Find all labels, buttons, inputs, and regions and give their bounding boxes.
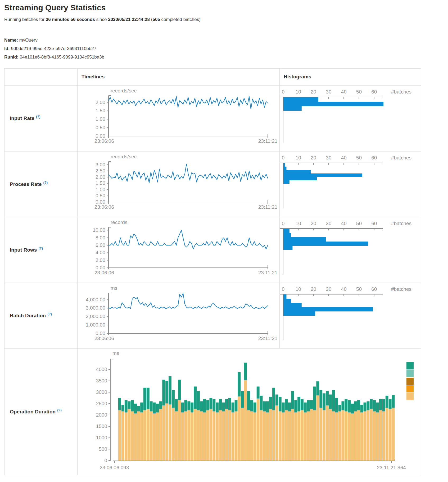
empty-header-cell (4, 69, 77, 85)
stacked-bar-segment (244, 380, 247, 461)
stacked-bar-segment (376, 412, 379, 413)
stacked-bar-segment (219, 410, 222, 461)
stacked-bar-segment (178, 400, 181, 461)
stacked-bar-segment (172, 390, 175, 408)
svg-text:1,000.00: 1,000.00 (86, 322, 105, 328)
svg-text:records/sec: records/sec (111, 88, 137, 93)
stacked-bar-segment (294, 413, 297, 461)
stacked-bar-segment (367, 410, 370, 461)
stacked-bar-segment (225, 409, 228, 409)
stacked-bar-segment (175, 412, 178, 461)
stacked-bar-segment (194, 409, 197, 461)
stacked-bar-segment (197, 410, 200, 410)
stacked-bar-segment (162, 405, 165, 406)
stacked-bar-segment (269, 409, 272, 409)
stacked-bar-segment (335, 412, 338, 413)
stacked-bar-segment (275, 405, 278, 406)
input-rows-help-icon[interactable]: (?) (38, 246, 43, 250)
stacked-bar-segment (134, 413, 137, 414)
histogram-bar (283, 246, 292, 250)
stacked-bar-segment (250, 411, 253, 412)
stacked-bar-segment (288, 403, 291, 411)
stacked-bar-segment (178, 400, 181, 400)
stacked-bar-segment (370, 399, 373, 409)
stacked-bar-segment (191, 403, 193, 412)
process-rate-help-icon[interactable]: (?) (43, 181, 48, 185)
stacked-bar-segment (304, 413, 307, 461)
stacked-bar-segment (219, 410, 222, 410)
stacked-bar-segment (354, 412, 357, 461)
stacked-bar-segment (250, 412, 253, 461)
batch-duration-help-icon[interactable]: (?) (47, 312, 52, 316)
stacked-bar-segment (194, 409, 197, 409)
stacked-bar-segment (301, 410, 304, 461)
stacked-bar-segment (187, 401, 190, 410)
stacked-bar-segment (260, 396, 263, 410)
stacked-bar-segment (285, 410, 288, 461)
stacked-bar-segment (153, 403, 156, 413)
svg-text:60: 60 (371, 221, 377, 226)
stacked-bar-segment (263, 411, 266, 412)
stacked-bar-segment (263, 401, 266, 411)
batch-duration-row: Batch Duration(?) ms4,000.003,000.002,00… (4, 283, 421, 348)
input-rows-label: Input Rows (10, 247, 37, 253)
svg-text:23:06:06: 23:06:06 (94, 270, 114, 275)
input-rate-help-icon[interactable]: (?) (36, 115, 40, 119)
stacked-bar-segment (128, 401, 131, 409)
svg-text:23:11:21: 23:11:21 (258, 336, 278, 341)
stacked-bar-segment (134, 414, 137, 461)
stacked-bar-segment (140, 413, 143, 461)
stacked-bar-segment (203, 412, 206, 413)
stacked-bar-segment (351, 414, 354, 461)
stacked-bar-segment (191, 413, 193, 461)
histogram-bar (283, 173, 362, 177)
query-meta: Name: myQuery Id: 9d0dd219-995d-423e-b97… (4, 36, 104, 61)
stacked-bar-segment (297, 397, 300, 411)
summary-start-time: 2020/05/21 22:44:28 (108, 17, 150, 22)
svg-text:#batches: #batches (391, 286, 411, 292)
stacked-bar-segment (266, 412, 269, 413)
stacked-bar-segment (373, 400, 376, 411)
svg-text:2500: 2500 (96, 401, 107, 406)
stacked-bar-segment (219, 399, 222, 410)
summary-since: since (95, 17, 108, 22)
stacked-bar-segment (210, 398, 212, 409)
stacked-bar-segment (345, 412, 347, 461)
svg-text:2000: 2000 (96, 412, 107, 418)
stacked-bar-segment (228, 410, 231, 410)
stacked-bar-segment (203, 399, 206, 412)
input-rows-histogram-chart: 0102030405060#batches (280, 217, 421, 283)
stacked-bar-segment (175, 411, 178, 412)
stacked-bar-segment (131, 400, 134, 411)
svg-text:23:06:06: 23:06:06 (94, 204, 114, 210)
stacked-bar-segment (319, 408, 322, 461)
histogram-bar (283, 229, 289, 233)
svg-text:#batches: #batches (391, 221, 411, 226)
stacked-bar-segment (266, 413, 269, 461)
svg-text:60: 60 (371, 155, 377, 160)
stacked-bar-segment (364, 412, 366, 461)
stacked-bar-segment (357, 410, 360, 410)
stacked-bar-segment (121, 405, 124, 411)
stacked-bar-segment (143, 410, 146, 410)
stacked-bar-segment (147, 388, 150, 409)
stacked-bar-segment (260, 410, 263, 410)
stacked-bar-segment (285, 399, 288, 410)
svg-text:8.00: 8.00 (96, 235, 105, 240)
svg-text:10: 10 (296, 221, 301, 226)
stacked-bar-segment (169, 376, 171, 404)
svg-text:30: 30 (326, 155, 331, 160)
stacked-bar-segment (232, 412, 234, 413)
svg-text:50: 50 (356, 221, 362, 226)
stacked-bar-segment (147, 409, 150, 461)
stacked-bar-segment (257, 399, 260, 399)
stacked-bar-segment (338, 405, 341, 411)
operation-duration-label: Operation Duration (10, 409, 56, 414)
stacked-bar-segment (266, 401, 269, 412)
page-title: Streaming Query Statistics (4, 3, 106, 12)
svg-text:#batches: #batches (391, 89, 411, 95)
stacked-bar-segment (263, 412, 266, 461)
svg-text:0.00: 0.00 (96, 133, 105, 139)
stacked-bar-segment (212, 412, 215, 461)
operation-duration-help-icon[interactable]: (?) (57, 408, 62, 412)
